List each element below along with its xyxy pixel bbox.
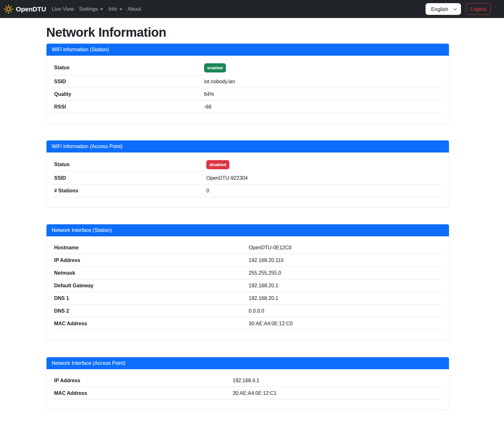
row-label: DNS 2 (52, 305, 246, 317)
row-label: Default Gateway (52, 279, 246, 292)
row-value-cell: 0.0.0.0 (246, 305, 444, 317)
card: WiFi Information (Station) Statusenabled… (46, 43, 449, 124)
language-select-wrap: English (426, 3, 461, 15)
row-value: OpenDTU-0E12C0 (249, 245, 291, 250)
caret-down-icon (119, 9, 122, 10)
row-label: # Stations (52, 184, 204, 197)
card-header: Network Interface (Station) (47, 224, 449, 236)
row-value: 192.168.20.110 (249, 258, 283, 263)
nav-right: English Logout (426, 3, 491, 15)
info-table: StatusenabledSSIDiot.nobody.lanQuality64… (52, 61, 444, 113)
card: Network Interface (Station) HostnameOpen… (46, 224, 449, 340)
nav-item-about[interactable]: About (125, 3, 144, 15)
status-badge: enabled (204, 63, 226, 72)
table-row: # Stations0 (52, 184, 444, 197)
nav-item-label: About (128, 6, 141, 12)
row-value: 255.255.255.0 (249, 270, 281, 276)
brand-link[interactable]: OpenDTU (4, 4, 46, 14)
nav-menu: Live ViewSettingsInfoAbout (49, 3, 144, 15)
table-row: SSIDOpenDTU-922304 (52, 172, 444, 184)
table-row: MAC Address30:AE:A4:0E:12:C1 (52, 387, 444, 400)
logout-button[interactable]: Logout (466, 3, 491, 15)
row-value: 0.0.0.0 (249, 308, 264, 314)
nav-item-info[interactable]: Info (106, 3, 125, 15)
brand-label: OpenDTU (16, 5, 46, 13)
row-value: -68 (204, 104, 211, 109)
nav-item-label: Live View (52, 6, 74, 12)
table-row: Statusdisabled (52, 158, 444, 172)
row-label: Status (52, 158, 204, 172)
main-content: Network Information WiFi Information (St… (46, 25, 449, 410)
card-header: Network Interface (Access Point) (47, 357, 449, 369)
nav-item-settings[interactable]: Settings (77, 3, 106, 15)
nav-item-label: Settings (79, 6, 98, 12)
row-label: MAC Address (52, 317, 246, 330)
row-label: IP Address (52, 254, 246, 267)
row-label: MAC Address (52, 387, 230, 400)
table-row: IP Address192.168.20.110 (52, 254, 444, 267)
table-row: DNS 20.0.0.0 (52, 305, 444, 317)
row-value-cell: 192.168.4.1 (230, 374, 444, 387)
row-value-cell: disabled (204, 158, 444, 172)
row-value-cell: 192.168.20.1 (246, 279, 444, 292)
card-header: WiFi Information (Station) (47, 44, 449, 56)
row-value: 30:AE:A4:0E:12:C1 (233, 390, 277, 396)
row-value-cell: 30:AE:A4:0E:12:C1 (230, 387, 444, 400)
row-label: Hostname (52, 241, 246, 254)
row-value-cell: 0 (204, 184, 444, 197)
row-label: RSSI (52, 100, 202, 113)
row-value-cell: OpenDTU-0E12C0 (246, 241, 444, 254)
language-select[interactable]: English (426, 3, 461, 15)
table-row: Statusenabled (52, 61, 444, 75)
row-value: 0 (206, 188, 209, 193)
table-row: SSIDiot.nobody.lan (52, 75, 444, 88)
caret-down-icon (100, 9, 103, 10)
nav-item-live-view[interactable]: Live View (49, 3, 76, 15)
table-row: MAC Address30:AE:A4:0E:12:C0 (52, 317, 444, 330)
card-body: StatusenabledSSIDiot.nobody.lanQuality64… (47, 56, 449, 123)
table-row: HostnameOpenDTU-0E12C0 (52, 241, 444, 254)
card: WiFi Information (Access Point) Statusdi… (46, 140, 449, 208)
card-body: IP Address192.168.4.1MAC Address30:AE:A4… (47, 369, 449, 410)
table-row: RSSI-68 (52, 100, 444, 113)
row-label: SSID (52, 75, 202, 88)
row-label: DNS 1 (52, 292, 246, 305)
row-value-cell: 255.255.255.0 (246, 267, 444, 279)
row-value: iot.nobody.lan (204, 79, 235, 84)
table-row: Netmask255.255.255.0 (52, 267, 444, 279)
info-table: HostnameOpenDTU-0E12C0IP Address192.168.… (52, 241, 444, 330)
row-value: 192.168.4.1 (233, 378, 259, 383)
row-label: Status (52, 61, 202, 75)
row-value: OpenDTU-922304 (206, 175, 248, 181)
row-value-cell: 64% (202, 88, 444, 100)
cards: WiFi Information (Station) Statusenabled… (46, 43, 449, 410)
info-table: IP Address192.168.4.1MAC Address30:AE:A4… (52, 374, 444, 400)
row-value-cell: OpenDTU-922304 (204, 172, 444, 184)
row-value: 192.168.20.1 (249, 296, 278, 301)
row-value-cell: 192.168.20.110 (246, 254, 444, 267)
table-row: DNS 1192.168.20.1 (52, 292, 444, 305)
card-body: HostnameOpenDTU-0E12C0IP Address192.168.… (47, 236, 449, 340)
info-table: StatusdisabledSSIDOpenDTU-922304# Statio… (52, 158, 444, 197)
row-label: SSID (52, 172, 204, 184)
row-value: 192.168.20.1 (249, 283, 278, 288)
status-badge: disabled (206, 160, 229, 169)
card: Network Interface (Access Point) IP Addr… (46, 357, 449, 410)
table-row: Quality64% (52, 88, 444, 100)
nav-item-label: Info (108, 6, 117, 12)
table-row: IP Address192.168.4.1 (52, 374, 444, 387)
row-value-cell: 30:AE:A4:0E:12:C0 (246, 317, 444, 330)
row-label: IP Address (52, 374, 230, 387)
row-label: Netmask (52, 267, 246, 279)
row-value: 64% (204, 91, 214, 97)
row-value-cell: enabled (202, 61, 444, 75)
row-value-cell: 192.168.20.1 (246, 292, 444, 305)
card-body: StatusdisabledSSIDOpenDTU-922304# Statio… (47, 153, 449, 208)
navbar: OpenDTU Live ViewSettingsInfoAbout Engli… (0, 0, 504, 18)
row-value-cell: -68 (202, 100, 444, 113)
card-header: WiFi Information (Access Point) (47, 140, 449, 153)
sun-logo-icon (4, 4, 13, 14)
row-value: 30:AE:A4:0E:12:C0 (249, 321, 293, 326)
row-label: Quality (52, 88, 202, 100)
page-title: Network Information (46, 25, 449, 40)
